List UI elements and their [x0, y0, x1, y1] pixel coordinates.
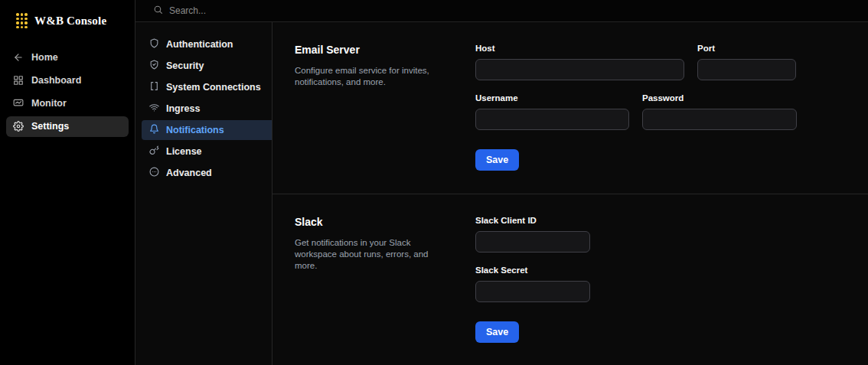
- sidebar-item-settings[interactable]: Settings: [6, 116, 129, 137]
- host-label: Host: [475, 44, 684, 53]
- monitor-icon: [13, 98, 24, 109]
- bell-icon: [149, 124, 159, 136]
- settings-nav-label: License: [166, 146, 202, 157]
- settings-nav-item-ingress[interactable]: Ingress: [142, 99, 272, 119]
- topbar: [135, 0, 868, 22]
- search-icon: [153, 5, 163, 17]
- email-server-section: Email Server Configure email service for…: [272, 22, 868, 194]
- settings-nav-item-notifications[interactable]: Notifications: [142, 120, 272, 140]
- section-title: Slack: [295, 216, 475, 228]
- section-description: Get notifications in your Slack workspac…: [295, 237, 448, 272]
- sidebar: W&B Console Home Dashboard Monitor: [0, 0, 135, 365]
- settings-nav-label: Notifications: [166, 125, 224, 135]
- shield-icon: [149, 38, 159, 51]
- sidebar-item-label: Settings: [31, 121, 69, 132]
- sidebar-item-home[interactable]: Home: [6, 47, 129, 68]
- gear-icon: [13, 121, 24, 132]
- slack-client-id-input[interactable]: [475, 231, 590, 253]
- slack-save-button[interactable]: Save: [475, 321, 519, 343]
- email-save-button[interactable]: Save: [475, 149, 519, 171]
- main-area: Authentication Security System Connectio…: [135, 0, 868, 365]
- settings-nav-label: Authentication: [166, 39, 233, 50]
- sidebar-item-monitor[interactable]: Monitor: [6, 93, 129, 114]
- settings-nav-label: Security: [166, 60, 204, 71]
- slack-client-id-label: Slack Client ID: [475, 216, 590, 225]
- settings-nav-label: Ingress: [166, 103, 200, 114]
- sidebar-item-dashboard[interactable]: Dashboard: [6, 70, 129, 91]
- brackets-icon: [149, 81, 159, 93]
- password-input[interactable]: [642, 109, 797, 130]
- slack-secret-label: Slack Secret: [475, 266, 590, 275]
- sidebar-item-label: Home: [31, 52, 58, 63]
- grid-icon: [13, 75, 24, 86]
- search-input[interactable]: [169, 5, 491, 16]
- username-input[interactable]: [475, 109, 629, 130]
- wandb-logo-icon: [16, 13, 28, 29]
- circle-ellipsis-icon: [149, 167, 159, 179]
- settings-nav-label: System Connections: [166, 82, 261, 93]
- settings-content: Email Server Configure email service for…: [272, 22, 868, 365]
- section-description: Configure email service for invites, not…: [295, 65, 448, 88]
- host-input[interactable]: [475, 59, 684, 80]
- arrow-left-icon: [13, 52, 24, 63]
- port-label: Port: [697, 44, 796, 53]
- main-nav: Home Dashboard Monitor Settings: [0, 40, 135, 145]
- app-title: W&B Console: [34, 15, 106, 28]
- sidebar-item-label: Monitor: [31, 98, 67, 109]
- slack-section: Slack Get notifications in your Slack wo…: [272, 194, 868, 365]
- settings-nav-item-authentication[interactable]: Authentication: [142, 34, 272, 54]
- key-icon: [149, 145, 159, 158]
- settings-nav-item-system-connections[interactable]: System Connections: [142, 77, 272, 97]
- settings-nav-item-security[interactable]: Security: [142, 56, 272, 76]
- wifi-icon: [149, 103, 159, 115]
- shield-check-icon: [149, 60, 159, 72]
- sidebar-item-label: Dashboard: [31, 75, 81, 86]
- app-window: W&B Console Home Dashboard Monitor: [0, 0, 868, 365]
- username-label: Username: [475, 93, 629, 103]
- settings-nav-item-advanced[interactable]: Advanced: [142, 163, 272, 183]
- port-input[interactable]: [697, 59, 796, 80]
- brand: W&B Console: [0, 0, 135, 40]
- slack-secret-input[interactable]: [475, 281, 590, 302]
- password-label: Password: [642, 93, 797, 103]
- settings-nav-label: Advanced: [166, 168, 212, 178]
- section-title: Email Server: [295, 44, 475, 56]
- settings-nav: Authentication Security System Connectio…: [135, 22, 272, 365]
- settings-nav-item-license[interactable]: License: [142, 142, 272, 161]
